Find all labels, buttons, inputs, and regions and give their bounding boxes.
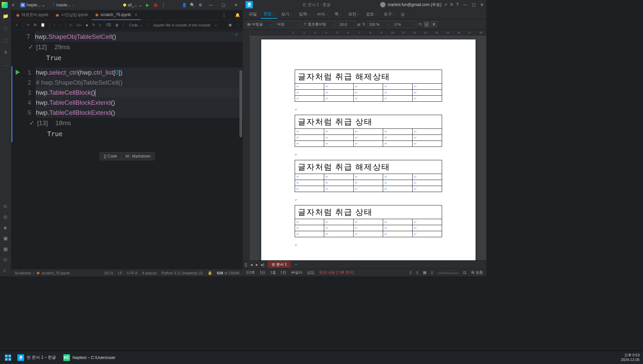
notebook-cell[interactable]: ✓ 7 hwp.ShapeObjTableSelCell() ✓[12] 29m… xyxy=(11,30,243,66)
cut-icon[interactable]: ✂ xyxy=(27,23,30,27)
maximize-button[interactable]: ▢ xyxy=(472,2,476,7)
tab-jaeryo[interactable]: ◉재료준비.ipynb xyxy=(13,10,52,20)
code-line[interactable]: hwp.ShapeObjTableSelCell() xyxy=(35,31,243,42)
notebook-cell[interactable]: 12345 hwp.select_ctrl(hwp.ctrl_list[0])#… xyxy=(11,66,243,142)
stop-icon[interactable]: ■ xyxy=(86,23,88,27)
run-button[interactable]: ▶ xyxy=(145,2,150,8)
hwp-table[interactable]: 글자처럼 취급 상태↵↵↵↵↵↵↵↵↵↵↵↵↵↵↵ xyxy=(295,115,442,147)
commit-tool-icon[interactable]: ◌ xyxy=(4,25,8,31)
run-cell-icon[interactable]: ▷ xyxy=(70,23,72,27)
notifications-icon[interactable]: 🔔 xyxy=(235,12,240,18)
tab-prev-icon[interactable]: ◂ xyxy=(251,262,253,267)
hwp-table[interactable]: 글자처럼 취급 상태↵↵↵↵↵↵↵↵↵↵↵↵↵↵↵ xyxy=(295,205,442,237)
indent-setting[interactable]: 4 spaces xyxy=(142,271,157,275)
main-menu-icon[interactable]: ≡ xyxy=(10,2,16,8)
encoding[interactable]: UTF-8 xyxy=(127,271,137,275)
vertical-ruler[interactable] xyxy=(243,29,250,260)
settings-icon[interactable]: ⚙ xyxy=(198,2,203,8)
menu-page[interactable]: 쪽⌄ xyxy=(332,10,344,18)
add-markdown-cell-button[interactable]: M↓ Markdown xyxy=(122,152,155,160)
ai-tool-icon[interactable]: ◎ xyxy=(3,214,8,219)
project-tool-icon[interactable]: 📁 xyxy=(3,13,8,19)
font-combo[interactable]: T함초롬바탕⌄ xyxy=(302,21,336,28)
refresh-icon[interactable]: ↻ xyxy=(450,2,453,7)
delete-cell-icon[interactable]: 🗑 xyxy=(115,23,119,27)
char-spacing-combo[interactable]: 0 %⌄ xyxy=(393,21,416,28)
tab-options-icon[interactable]: ⋮ xyxy=(221,12,227,18)
menu-review[interactable]: 검토⌄ xyxy=(363,10,380,18)
add-document-tab-icon[interactable]: ＋ xyxy=(294,262,298,267)
status-page[interactable]: 1/1쪽 xyxy=(246,270,255,275)
move-down-icon[interactable]: ↓ xyxy=(60,23,62,27)
fit-width-label[interactable]: 폭 맞춤 xyxy=(471,270,483,275)
problems-tool-icon[interactable]: ⊙ xyxy=(3,257,8,262)
readonly-icon[interactable]: 🔒 xyxy=(208,271,212,275)
more-icon[interactable]: ⋮ xyxy=(161,2,166,8)
restart-icon[interactable]: ↻ xyxy=(92,23,95,27)
view-mode-icon[interactable]: ▦ xyxy=(423,270,426,275)
run-config-selector[interactable]: ⬢ all_... ⌄ xyxy=(123,3,142,7)
zoom-fit-icon[interactable]: ⊡ xyxy=(463,270,466,275)
view-mode-icon[interactable]: ▯ xyxy=(410,270,412,275)
services-tool-icon[interactable]: ◈ xyxy=(3,225,8,230)
structure-tool-icon[interactable]: ⬚ xyxy=(3,37,8,43)
python-packages-icon[interactable]: ▦ xyxy=(3,246,8,252)
add-cell-icon[interactable]: ＋ xyxy=(15,22,18,27)
tab-last-icon[interactable]: ▸| xyxy=(261,262,264,267)
git-branch-selector[interactable]: ᛉ maste... ⌄ xyxy=(50,2,77,8)
menu-tools[interactable]: 도구⌄ xyxy=(381,10,398,18)
code-editor[interactable]: ✓ 7 hwp.ShapeObjTableSelCell() ✓[12] 29m… xyxy=(11,30,243,269)
cell-type-select[interactable]: Code⌄ xyxy=(127,22,144,28)
document-page[interactable]: 글자처럼 취급 해제상태↵↵↵↵↵↵↵↵↵↵↵↵↵↵↵↵글자처럼 취급 상태↵↵… xyxy=(261,39,476,260)
search-icon[interactable]: 🔍 xyxy=(190,2,195,8)
minimize-button[interactable]: — xyxy=(463,2,467,7)
style-combo[interactable]: ▤바탕글⌄ xyxy=(245,21,274,28)
menu-view[interactable]: 보기⌄ xyxy=(279,10,295,18)
help-icon[interactable]: ? xyxy=(456,2,458,7)
interpreter[interactable]: Python 3.12 (hwptest) (2) xyxy=(161,271,203,275)
section-combo[interactable]: 대표⌄ xyxy=(276,21,300,28)
horizontal-ruler[interactable]: 123456789101112131415161718 xyxy=(250,29,486,36)
move-up-icon[interactable]: ↑ xyxy=(54,23,56,27)
clear-output-icon[interactable]: ⌫ xyxy=(106,23,111,27)
tab-sajin[interactable]: ◉사진삽입.ipynb xyxy=(52,10,91,20)
align-dist-icon[interactable]: ≣ xyxy=(431,21,437,27)
cursor-position[interactable]: 18:21 xyxy=(104,271,114,275)
view-mode-icon[interactable]: ▯ xyxy=(431,270,433,275)
run-all-icon[interactable]: ▷▷ xyxy=(76,23,82,27)
add-code-cell-button[interactable]: {} Code xyxy=(99,152,122,160)
code-with-me-icon[interactable]: 👤 xyxy=(182,2,187,8)
zoom-slider[interactable]: —○———— xyxy=(438,271,458,275)
page-scroll[interactable]: 글자처럼 취급 해제상태↵↵↵↵↵↵↵↵↵↵↵↵↵↵↵↵글자처럼 취급 상태↵↵… xyxy=(250,29,486,260)
vcs-tool-icon[interactable]: ⎌ xyxy=(3,268,8,273)
align-left-icon[interactable]: ≡ xyxy=(424,22,429,27)
code-lines[interactable]: hwp.select_ctrl(hwp.ctrl_list[0])# hwp.S… xyxy=(36,68,243,118)
tab-next-icon[interactable]: ▸ xyxy=(256,262,258,267)
font-size-input[interactable]: 10.0 xyxy=(338,21,355,28)
memory-indicator[interactable]: 638 of 2300M xyxy=(217,271,239,275)
copy-icon[interactable]: ⧉ xyxy=(34,23,37,27)
line-separator[interactable]: LF xyxy=(118,271,122,275)
status-insert-mode[interactable]: 삽입 xyxy=(307,270,314,275)
paste-icon[interactable]: 📋 xyxy=(41,23,45,27)
notebook-options-icon[interactable]: ⋮ xyxy=(236,23,239,27)
close-tab-icon[interactable]: × xyxy=(135,12,137,17)
more-tool-icon[interactable]: … xyxy=(3,62,8,67)
tab-nav-icon[interactable]: ▯ xyxy=(245,262,247,267)
zoom-combo[interactable]: 100 %⌄ xyxy=(367,21,391,28)
view-mode-icon[interactable]: ▯ xyxy=(416,270,418,275)
menu-format[interactable]: 서식⌄ xyxy=(314,10,331,18)
project-selector[interactable]: H hwpte... ⌄ xyxy=(18,2,47,8)
close-button[interactable]: ✕ xyxy=(231,3,241,7)
menu-input[interactable]: 입력⌄ xyxy=(296,10,313,18)
hwp-table[interactable]: 글자처럼 취급 해제상태↵↵↵↵↵↵↵↵↵↵↵↵↵↵↵ xyxy=(295,70,442,102)
run-cell-gutter-icon[interactable] xyxy=(12,68,22,118)
maximize-button[interactable]: ▢ xyxy=(218,3,228,7)
user-account[interactable]: martinii.fun@gmail.com (무료) xyxy=(380,2,441,8)
size-spinner-icon[interactable]: ⇅ xyxy=(362,22,365,26)
menu-file[interactable]: 파일 xyxy=(246,10,260,18)
debug-button[interactable]: 🐞 xyxy=(153,2,158,8)
status-track-changes[interactable]: 변경 내용 [기록 중지] xyxy=(319,270,354,275)
run-and-select-icon[interactable]: ▷ xyxy=(99,23,102,27)
pull-requests-icon[interactable]: ↯ xyxy=(4,50,8,55)
